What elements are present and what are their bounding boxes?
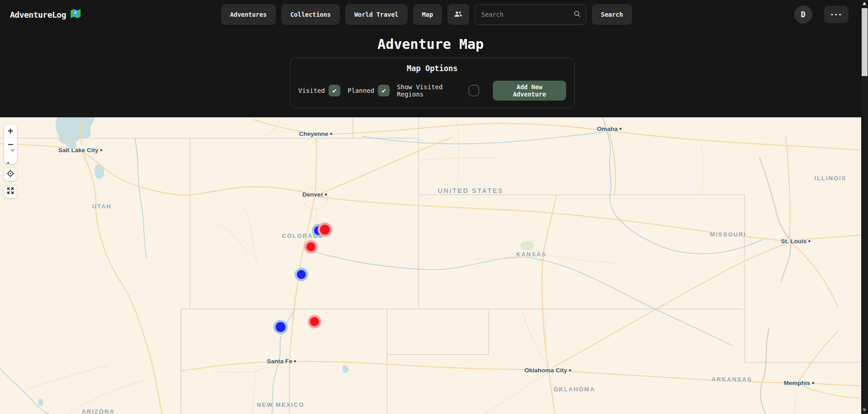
city-name: Oklahoma City — [525, 367, 568, 374]
city-name: Salt Lake City — [58, 147, 99, 154]
visited-checkbox[interactable]: ✔ — [329, 85, 340, 96]
city-label: Santa Fe — [267, 358, 296, 365]
zoom-out-button[interactable]: − — [4, 137, 17, 150]
city-dot-icon — [294, 360, 296, 362]
city-name: Omaha — [597, 125, 618, 132]
nav-users-button[interactable] — [448, 4, 469, 25]
country-label: UNITED STATES — [438, 187, 504, 194]
red-adventure-marker[interactable] — [318, 222, 332, 237]
nav-collections-button[interactable]: Collections — [281, 4, 339, 25]
state-label: ILLINOIS — [815, 175, 847, 182]
page-title: Adventure Map — [0, 36, 861, 52]
compass-button[interactable] — [4, 150, 17, 164]
city-label: Memphis — [784, 380, 814, 386]
planned-label: Planned — [348, 87, 374, 94]
red-adventure-marker[interactable] — [308, 315, 321, 328]
scrollbar-thumb[interactable] — [862, 8, 868, 76]
compass-icon — [6, 153, 15, 162]
fullscreen-icon — [6, 187, 14, 197]
city-label: Salt Lake City — [58, 147, 102, 154]
show-visited-regions-label: Show Visited Regions — [397, 83, 465, 98]
state-label: MISSOURI — [710, 231, 746, 238]
show-visited-regions-checkbox[interactable] — [468, 85, 479, 96]
planned-toggle: Planned ✔ — [348, 85, 390, 96]
map-options-row: Visited ✔ Planned ✔ Show Visited Regions… — [298, 81, 566, 101]
header: AdventureLog Adventures Collections Worl… — [0, 0, 861, 29]
city-label: Cheyenne — [299, 130, 332, 137]
logo-text: AdventureLog — [10, 10, 66, 19]
basemap-art — [0, 117, 861, 414]
city-dot-icon — [100, 149, 102, 151]
main-nav: Adventures Collections World Travel Map — [221, 4, 632, 25]
nav-map-button[interactable]: Map — [413, 4, 442, 25]
map-zoom-controls: + − — [4, 124, 17, 164]
city-label: Oklahoma City — [525, 367, 571, 374]
more-menu-button[interactable]: ••• — [824, 6, 849, 23]
city-label: Omaha — [597, 125, 621, 132]
geolocate-button[interactable] — [4, 168, 17, 181]
city-dot-icon — [569, 369, 571, 371]
page-scrollbar[interactable] — [861, 0, 868, 414]
city-name: Memphis — [784, 380, 811, 386]
search-icon — [574, 10, 581, 19]
visited-toggle: Visited ✔ — [298, 85, 340, 96]
state-label: UTAH — [92, 203, 111, 210]
city-name: Denver — [302, 191, 323, 198]
city-dot-icon — [812, 382, 814, 384]
state-label: KANSAS — [516, 251, 547, 258]
avatar[interactable]: D — [794, 5, 812, 24]
city-dot-icon — [809, 240, 811, 242]
state-label: OKLAHOMA — [553, 386, 596, 393]
city-label: St. Louis — [781, 238, 811, 245]
adventurelog-app: AdventureLog Adventures Collections Worl… — [0, 0, 868, 414]
add-new-adventure-button[interactable]: Add New Adventure — [493, 81, 566, 101]
city-dot-icon — [330, 133, 332, 135]
search-submit-button[interactable]: Search — [592, 4, 632, 25]
map-emoji-icon — [70, 9, 81, 20]
state-label: ARKANSAS — [711, 376, 752, 383]
nav-world-travel-button[interactable]: World Travel — [345, 4, 408, 25]
search-input[interactable] — [475, 4, 587, 25]
scrollbar-up-arrow-icon[interactable] — [863, 2, 866, 5]
logo[interactable]: AdventureLog — [10, 9, 81, 20]
blue-adventure-marker[interactable] — [295, 268, 308, 281]
state-label: ARIZONA — [81, 408, 114, 414]
blue-adventure-marker[interactable] — [273, 320, 288, 334]
people-icon — [454, 11, 463, 19]
city-dot-icon — [620, 128, 621, 130]
red-adventure-marker[interactable] — [304, 240, 318, 254]
geolocate-icon — [6, 169, 14, 179]
city-name: St. Louis — [781, 238, 807, 245]
city-dot-icon — [325, 193, 327, 195]
state-label: NEW MEXICO — [257, 401, 304, 408]
adventure-map[interactable]: Salt Lake CityCheyenneDenverOmahaSt. Lou… — [0, 117, 861, 414]
map-options-title: Map Options — [298, 64, 566, 73]
city-name: Santa Fe — [267, 358, 292, 365]
city-label: Denver — [302, 191, 327, 198]
scrollbar-down-arrow-icon[interactable] — [863, 409, 866, 412]
map-options-card: Map Options Visited ✔ Planned ✔ Show Vis… — [290, 58, 575, 108]
search-box — [475, 4, 587, 25]
header-right: D ••• — [794, 5, 849, 24]
show-visited-regions-toggle: Show Visited Regions — [397, 83, 479, 98]
fullscreen-button[interactable] — [4, 185, 17, 198]
planned-checkbox[interactable]: ✔ — [378, 85, 390, 96]
nav-adventures-button[interactable]: Adventures — [221, 4, 276, 25]
zoom-in-button[interactable]: + — [4, 124, 17, 137]
visited-label: Visited — [298, 87, 325, 94]
city-name: Cheyenne — [299, 130, 329, 137]
